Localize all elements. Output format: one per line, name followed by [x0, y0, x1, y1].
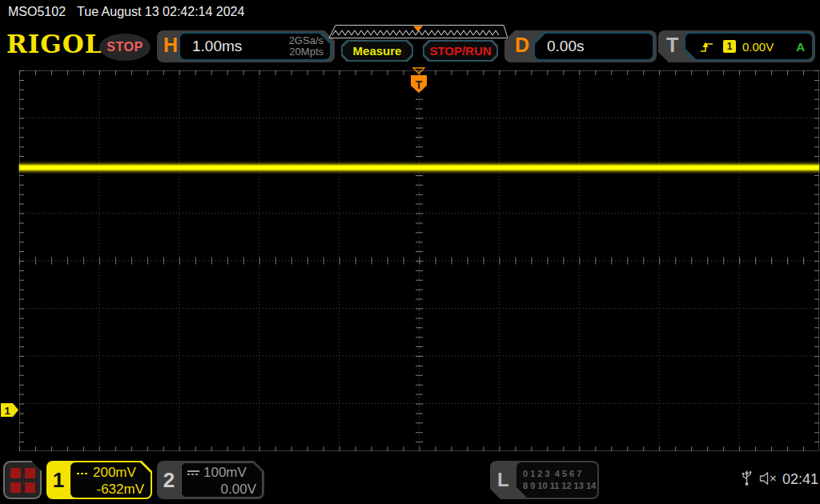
stop-run-button-label: STOP/RUN: [424, 42, 496, 60]
measure-button-label: Measure: [343, 42, 412, 60]
ch2-number: 2: [157, 461, 181, 499]
delay-pod[interactable]: D 0.00s: [504, 30, 657, 62]
graticule: [19, 70, 819, 451]
trigger-pod[interactable]: T 1 0.00V A: [658, 30, 815, 62]
acquisition-info: 2GSa/s 20Mpts: [289, 35, 330, 58]
grid-tick-marks: [19, 70, 819, 451]
rigol-logo: RIGOL: [6, 32, 103, 57]
memory-depth: 20Mpts: [289, 46, 324, 58]
waveform-preview-strip[interactable]: [326, 25, 508, 39]
sample-rate: 2GSa/s: [289, 34, 324, 46]
trigger-label: T: [666, 34, 678, 57]
ch2-offset: 0.00V: [181, 482, 263, 498]
datetime-label: Tue August 13 02:42:14 2024: [77, 5, 244, 19]
ch1-offset-marker[interactable]: 1: [1, 402, 20, 418]
model-label: MSO5102: [8, 5, 66, 19]
delay-value: 0.00s: [535, 38, 584, 55]
ch1-number: 1: [46, 461, 70, 499]
trigger-rising-edge-icon: [700, 40, 713, 54]
clock: 02:41: [782, 471, 818, 488]
ch2-badge[interactable]: 2 100mV 0.00V: [157, 461, 264, 499]
ch1-waveform-trace: [19, 163, 819, 172]
trigger-marker[interactable]: T: [410, 67, 428, 94]
trigger-box[interactable]: 1 0.00V A: [684, 32, 814, 61]
ch2-dc-coupling-icon: [187, 470, 199, 475]
usb-icon: [741, 468, 753, 487]
timebase-value: 1.00ms: [180, 38, 242, 55]
ch1-dc-coupling-icon: [77, 471, 89, 474]
horizontal-pod[interactable]: H 1.00ms 2GSa/s 20Mpts: [157, 30, 335, 62]
ch1-offset: -632mV: [70, 482, 151, 498]
stop-run-button[interactable]: STOP/RUN: [423, 40, 498, 62]
run-state-badge: STOP: [99, 34, 151, 61]
header-bar: MSO5102 Tue August 13 02:42:14 2024: [8, 5, 244, 19]
trigger-sweep-mode: A: [796, 40, 805, 54]
logic-label: L: [497, 469, 509, 491]
logic-channels-row2: 8 9 10 11 12 13 14 15: [523, 480, 597, 492]
horizontal-label: H: [163, 34, 178, 57]
trigger-source-badge: 1: [723, 40, 736, 53]
logic-analyzer-badge[interactable]: L 0 1 2 3 4 5 6 7 8 9 10 11 12 13 14 15: [490, 461, 599, 499]
ch1-offset-marker-label: 1: [4, 405, 10, 417]
timebase-box[interactable]: 1.00ms 2GSa/s 20Mpts: [179, 32, 332, 61]
ch1-badge[interactable]: 1 200mV -632mV: [46, 461, 152, 499]
trigger-marker-letter: T: [416, 78, 423, 91]
trigger-level-value: 0.00V: [742, 40, 774, 54]
speaker-muted-icon: [759, 472, 778, 485]
grid-menu-button[interactable]: [3, 461, 42, 499]
delay-box[interactable]: 0.00s: [533, 32, 654, 61]
ch1-scale: 200mV: [93, 465, 136, 481]
logic-channels-row1: 0 1 2 3 4 5 6 7: [523, 468, 597, 480]
grid-menu-icon: [10, 468, 35, 493]
measure-button[interactable]: Measure: [341, 40, 413, 62]
ch2-scale: 100mV: [203, 465, 247, 481]
delay-label: D: [515, 34, 529, 57]
oscilloscope-screen: MSO5102 Tue August 13 02:42:14 2024 RIGO…: [0, 0, 820, 504]
